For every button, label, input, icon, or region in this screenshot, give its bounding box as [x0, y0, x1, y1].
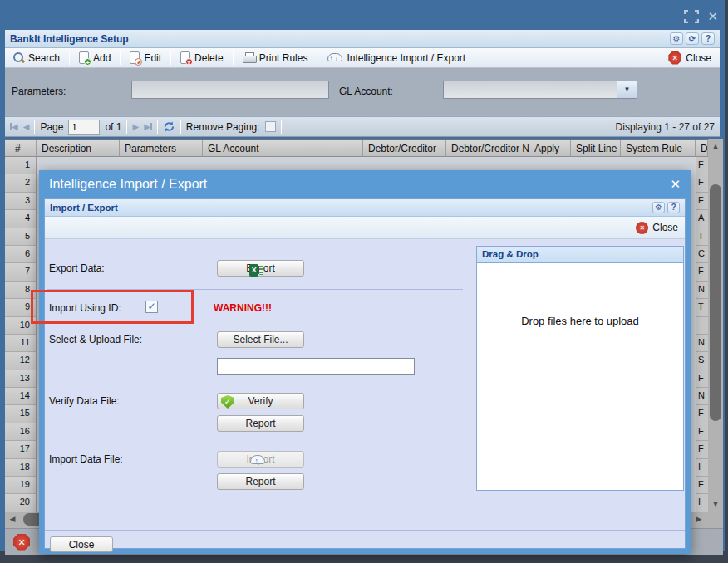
search-button[interactable]: Search: [10, 51, 63, 66]
grid-row-edge-cell: F: [696, 423, 708, 441]
verify-button[interactable]: ✓ Verify: [217, 393, 304, 409]
paging-separator: [180, 120, 181, 134]
grid-column-header[interactable]: Split Line: [571, 140, 621, 157]
intelligence-import-export-button[interactable]: ↑↓ Intelligence Import / Export: [323, 51, 469, 66]
grid-row-edge-cell: I: [696, 494, 708, 512]
scroll-up-icon[interactable]: ▲: [708, 142, 723, 150]
import-report-button[interactable]: Report: [217, 473, 304, 490]
last-page-button[interactable]: ▶: [144, 122, 152, 132]
import-button[interactable]: Import: [217, 451, 304, 468]
printer-icon: [243, 52, 255, 63]
row-number-cell: 15: [5, 405, 37, 423]
export-button[interactable]: Export: [217, 260, 304, 277]
refresh-grid-icon[interactable]: [163, 120, 175, 133]
row-number-cell: 20: [5, 494, 37, 512]
add-button[interactable]: + Add: [76, 50, 114, 66]
drag-drop-panel[interactable]: Drag & Drop Drop files here to upload: [476, 246, 684, 491]
search-icon: [13, 52, 24, 63]
grid-column-header[interactable]: System Rule: [621, 140, 696, 157]
parameters-input[interactable]: [131, 81, 329, 99]
grid-column-header[interactable]: Description: [37, 140, 120, 157]
row-number-cell: 12: [5, 352, 37, 370]
vertical-scroll-thumb[interactable]: [710, 184, 721, 421]
import-data-file-label: Import Data File:: [49, 453, 123, 465]
remove-paging-label: Remove Paging:: [186, 121, 260, 133]
page-title: BankIt Intelligence Setup: [10, 33, 129, 45]
print-rules-label: Print Rules: [259, 52, 308, 64]
delete-label: Delete: [194, 52, 224, 64]
scroll-left-icon[interactable]: ◀: [7, 515, 18, 523]
toolbar-separator: [69, 51, 70, 65]
verify-report-button[interactable]: Report: [217, 415, 304, 432]
grid-column-header[interactable]: #: [5, 140, 37, 157]
gear-icon[interactable]: ⚙: [670, 32, 683, 45]
first-page-button[interactable]: ◀: [10, 122, 18, 132]
grid-column-header[interactable]: Debtor/Creditor Na: [446, 140, 529, 157]
main-toolbar: Search + Add Edit x Delete Print Rules ↑…: [5, 48, 720, 68]
edit-button[interactable]: Edit: [126, 50, 165, 66]
select-upload-file-label: Select & Upload File:: [49, 334, 142, 345]
select-file-button[interactable]: Select File...: [217, 331, 304, 348]
intelligence-import-export-label: Intelligence Import / Export: [347, 52, 465, 64]
paging-toolbar: ◀ ◀ Page of 1 ▶ ▶ Remove Paging: Display…: [5, 116, 720, 137]
bottom-close-stop-icon[interactable]: ✕: [13, 534, 30, 551]
grid-edge-column: FFFATCFNTNSFNFFFIFI: [696, 157, 708, 512]
grid-row-edge-cell: F: [696, 174, 708, 192]
dialog-close-icon[interactable]: ✕: [670, 177, 681, 192]
vertical-scrollbar[interactable]: ▲ ▼: [708, 139, 723, 512]
import-export-panel-title: Import / Export: [50, 203, 118, 213]
window-close-icon[interactable]: ✕: [707, 10, 718, 23]
displaying-status: Displaying 1 - 27 of 27: [616, 121, 715, 133]
toolbar-separator: [120, 51, 121, 65]
grid-row-edge-cell: N: [696, 282, 708, 299]
grid-column-header[interactable]: GL Account: [203, 140, 363, 157]
close-stop-icon: ✕: [668, 51, 681, 65]
grid-column-header[interactable]: Parameters: [120, 140, 203, 157]
close-button-toolbar[interactable]: ✕ Close: [665, 50, 715, 66]
import-export-toolbar: ✕ Close: [45, 217, 685, 239]
row-number-cell: 19: [5, 477, 37, 494]
modal-close-button[interactable]: Close: [50, 536, 113, 552]
dialog-title: Intelligence Import / Export: [49, 177, 207, 192]
scroll-right-icon[interactable]: ▶: [693, 515, 705, 523]
import-export-panel: Import / Export ⚙ ? ✕ Close Export Data:…: [44, 198, 686, 549]
grid-row-edge-cell: F: [696, 263, 708, 281]
row-number-cell: 2: [5, 174, 37, 192]
help-icon[interactable]: ?: [701, 32, 715, 45]
setup-panel-header: BankIt Intelligence Setup ⚙ ⟳ ?: [5, 30, 720, 48]
scroll-down-icon[interactable]: ▼: [708, 500, 723, 508]
grid-row-edge-cell: N: [696, 335, 708, 352]
gl-account-label: GL Account:: [339, 86, 393, 97]
remove-paging-checkbox[interactable]: [265, 121, 276, 132]
grid-column-header[interactable]: Debtor/Creditor: [363, 140, 446, 157]
print-rules-button[interactable]: Print Rules: [239, 51, 312, 66]
maximize-icon[interactable]: [684, 10, 699, 23]
warning-text: WARNING!!!: [214, 302, 272, 314]
file-path-input[interactable]: [217, 358, 415, 375]
refresh-icon[interactable]: ⟳: [686, 32, 699, 45]
dialog-close-button[interactable]: ✕ Close: [636, 222, 678, 234]
grid-row-edge-cell: [696, 317, 708, 335]
chevron-down-icon[interactable]: ▼: [617, 81, 637, 98]
search-label: Search: [28, 52, 60, 64]
grid-row-edge-cell: T: [696, 228, 708, 246]
import-export-panel-header: Import / Export ⚙ ?: [45, 199, 685, 217]
drag-drop-title: Drag & Drop: [477, 247, 683, 263]
next-page-button[interactable]: ▶: [132, 122, 139, 132]
row-number-cell: 5: [5, 228, 37, 246]
prev-page-button[interactable]: ◀: [23, 122, 30, 132]
gear-icon[interactable]: ⚙: [652, 202, 665, 213]
grid-column-header[interactable]: Apply: [529, 140, 571, 157]
annotation-highlight-rectangle: [31, 290, 194, 324]
delete-button[interactable]: x Delete: [177, 50, 227, 66]
close-label: Close: [686, 52, 711, 64]
drag-drop-hint: Drop files here to upload: [477, 263, 683, 327]
verify-data-file-label: Verify Data File:: [49, 395, 120, 407]
gl-account-select[interactable]: ▼: [443, 81, 637, 99]
help-icon[interactable]: ?: [667, 202, 680, 213]
grid-column-header[interactable]: Deb: [696, 140, 708, 157]
dialog-header[interactable]: Intelligence Import / Export ✕: [39, 170, 691, 198]
import-export-content: Export Data: Export Import Using ID: ✓ W…: [45, 239, 685, 548]
page-number-input[interactable]: [68, 120, 100, 135]
parameters-label: Parameters:: [12, 86, 66, 97]
